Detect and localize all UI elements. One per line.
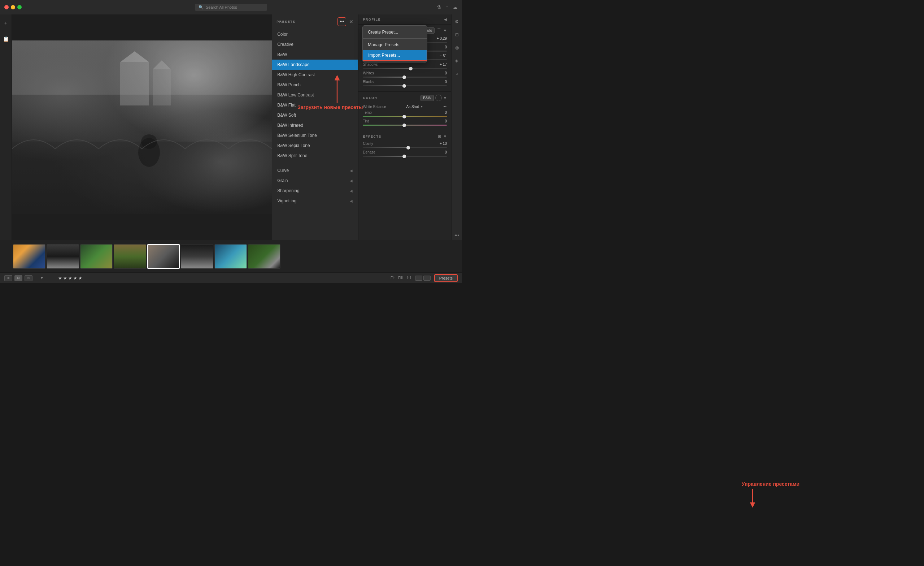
presets-close-button[interactable]: ✕ (349, 19, 353, 24)
mask-icon[interactable]: ○ (453, 69, 461, 78)
star-5[interactable]: ★ (78, 275, 82, 281)
presets-bottom-button[interactable]: Presets (434, 274, 458, 282)
clarity-thumb[interactable] (406, 146, 410, 149)
single-view-button[interactable]: ▭ (24, 275, 33, 281)
effects-title: EFFECTS (363, 135, 381, 138)
filmstrip-thumb-8[interactable] (248, 244, 280, 269)
color-header: COLOR B&W ▼ (363, 95, 447, 101)
filmstrip-thumb-7[interactable] (214, 244, 247, 269)
compare-icon-2[interactable] (423, 275, 430, 281)
book-icon[interactable]: 📋 (1, 34, 11, 44)
whites-thumb[interactable] (402, 75, 406, 79)
filmstrip-thumb-1[interactable] (13, 244, 45, 269)
close-button[interactable] (4, 5, 9, 9)
grid-view-button[interactable]: ⊞ (4, 275, 12, 281)
preset-item-bw-low-contrast[interactable]: B&W Low Contrast (272, 90, 358, 100)
color-circle-button[interactable] (435, 95, 442, 101)
fullscreen-button[interactable] (17, 5, 22, 9)
effects-chevron-icon[interactable]: ▼ (443, 134, 447, 138)
star-3[interactable]: ★ (68, 275, 72, 281)
eyedropper-icon[interactable]: ✒ (443, 104, 447, 109)
star-1[interactable]: ★ (58, 275, 62, 281)
share-icon[interactable]: ↑ (446, 5, 448, 10)
svg-rect-1 (120, 62, 149, 105)
curve-label: Curve (277, 168, 289, 173)
vignetting-arrow-icon: ◀ (350, 199, 352, 203)
whites-label: Whites (363, 71, 374, 75)
fit-button[interactable]: Fit (390, 276, 394, 280)
blacks-thumb[interactable] (402, 84, 406, 88)
dropdown-import-presets[interactable]: Import Presets... (363, 50, 427, 61)
preset-item-bw-selenium[interactable]: B&W Selenium Tone (272, 130, 358, 140)
dropdown-manage-presets[interactable]: Manage Presets (363, 40, 427, 50)
preset-submenu-vignetting[interactable]: Vignetting ◀ (272, 196, 358, 206)
contrast-value: 0 (445, 45, 447, 49)
preset-item-bw[interactable]: B&W (272, 50, 358, 60)
preset-item-color[interactable]: Color (272, 29, 358, 39)
blacks-label: Blacks (363, 80, 373, 84)
right-icons: ⚙ ⊡ ◎ ◈ ○ ••• (451, 14, 462, 240)
tint-value: 0 (445, 119, 447, 123)
preset-item-bw-split[interactable]: B&W Split Tone (272, 151, 358, 161)
highlights-value: − 51 (440, 54, 447, 58)
square-view-button[interactable]: □ (14, 275, 22, 281)
grain-label: Grain (277, 178, 288, 183)
sort-icon[interactable]: ☰ (34, 276, 38, 280)
compare-icon-1[interactable] (415, 275, 422, 281)
filmstrip-thumb-4[interactable] (114, 244, 146, 269)
cloud-icon[interactable]: ☁ (453, 5, 458, 10)
color-chevron-icon[interactable]: ▼ (443, 96, 447, 100)
preset-item-bw-punch[interactable]: B&W Punch (272, 80, 358, 90)
presets-more-button[interactable]: ••• (338, 17, 346, 26)
crop-icon[interactable]: ⊡ (453, 30, 461, 39)
filmstrip-thumb-5[interactable] (147, 244, 180, 269)
svg-rect-3 (153, 69, 171, 105)
white-balance-dropdown-icon[interactable]: ▼ (420, 105, 423, 108)
light-chevron-icon[interactable]: ▼ (443, 29, 447, 33)
dropdown-create-preset[interactable]: Create Preset... (363, 27, 427, 37)
preset-item-bw-high-contrast[interactable]: B&W High Contrast (272, 70, 358, 80)
shadows-track (363, 68, 447, 69)
profile-chevron-icon[interactable]: ◀ (444, 17, 447, 21)
more-icon[interactable]: ••• (453, 231, 461, 240)
preset-submenu-sharpening[interactable]: Sharpening ◀ (272, 186, 358, 196)
filmstrip-thumb-3[interactable] (80, 244, 112, 269)
presets-actions: ••• ✕ (338, 17, 353, 26)
temp-thumb[interactable] (402, 115, 406, 119)
adjustments-icon[interactable]: ⚙ (453, 17, 461, 26)
add-icon[interactable]: ＋ (1, 18, 11, 28)
zoom-controls: Fit Fill 1:1 Presets (390, 274, 458, 282)
traffic-lights (4, 5, 22, 9)
whites-value: 0 (445, 71, 447, 75)
profile-section-header: PROFILE ◀ (358, 14, 451, 24)
filmstrip-thumb-6[interactable] (181, 244, 213, 269)
whites-slider-row: Whites 0 (363, 71, 447, 78)
one-to-one-button[interactable]: 1:1 (406, 276, 411, 280)
preset-item-bw-landscape[interactable]: B&W Landscape (272, 60, 358, 70)
preset-item-bw-flat[interactable]: B&W Flat (272, 100, 358, 110)
dehaze-thumb[interactable] (402, 155, 406, 158)
filter-icon[interactable]: ◈ (453, 56, 461, 65)
minimize-button[interactable] (11, 5, 15, 9)
star-rating: ★ ★ ★ ★ ★ (58, 275, 82, 281)
preset-list: Color Creative B&W B&W Landscape B&W Hig… (272, 29, 358, 161)
preset-item-bw-soft[interactable]: B&W Soft (272, 110, 358, 120)
healing-icon[interactable]: ◎ (453, 43, 461, 52)
tint-thumb[interactable] (402, 123, 406, 127)
tint-label: Tint (363, 119, 369, 123)
curve-icon[interactable]: ⌒ (437, 27, 441, 33)
bw-button[interactable]: B&W (420, 95, 434, 101)
star-2[interactable]: ★ (63, 275, 67, 281)
preset-item-bw-infrared[interactable]: B&W Infrared (272, 120, 358, 130)
shadows-thumb[interactable] (409, 67, 412, 71)
preset-submenu-grain[interactable]: Grain ◀ (272, 176, 358, 186)
star-4[interactable]: ★ (73, 275, 77, 281)
sort-dropdown-icon[interactable]: ▼ (40, 276, 44, 280)
filter-icon[interactable]: ⚗ (437, 5, 441, 10)
preset-submenu-curve[interactable]: Curve ◀ (272, 166, 358, 176)
preset-item-bw-sepia[interactable]: B&W Sepia Tone (272, 140, 358, 151)
filmstrip-thumb-2[interactable] (46, 244, 79, 269)
fill-button[interactable]: Fill (398, 276, 403, 280)
preset-item-creative[interactable]: Creative (272, 39, 358, 50)
search-bar[interactable]: 🔍 Search All Photos (195, 4, 267, 11)
